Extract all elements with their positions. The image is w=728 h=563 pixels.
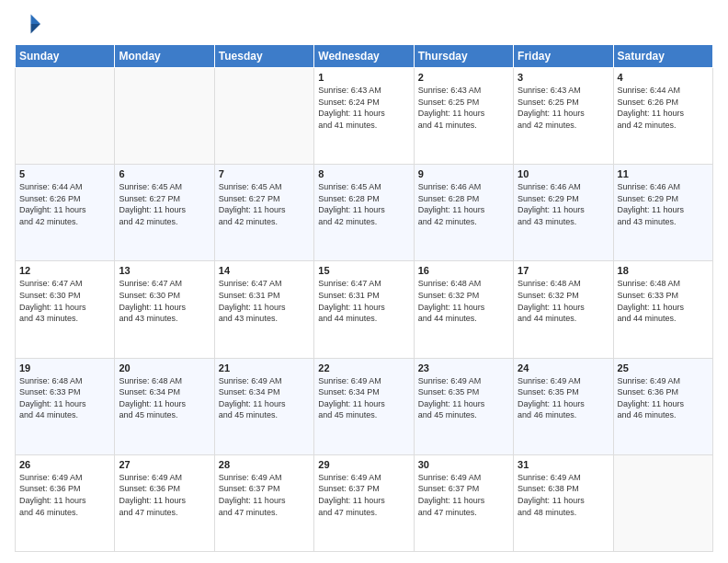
day-info: Sunrise: 6:49 AM Sunset: 6:36 PM Dayligh… bbox=[618, 375, 709, 421]
day-number: 17 bbox=[518, 265, 609, 276]
day-number: 6 bbox=[119, 168, 210, 179]
day-cell: 2Sunrise: 6:43 AM Sunset: 6:25 PM Daylig… bbox=[414, 68, 513, 165]
day-info: Sunrise: 6:49 AM Sunset: 6:38 PM Dayligh… bbox=[518, 472, 609, 518]
day-info: Sunrise: 6:49 AM Sunset: 6:34 PM Dayligh… bbox=[318, 375, 409, 421]
day-number: 30 bbox=[418, 459, 509, 470]
day-number: 29 bbox=[318, 459, 409, 470]
day-info: Sunrise: 6:44 AM Sunset: 6:26 PM Dayligh… bbox=[19, 181, 110, 227]
day-info: Sunrise: 6:43 AM Sunset: 6:24 PM Dayligh… bbox=[318, 85, 409, 131]
day-info: Sunrise: 6:49 AM Sunset: 6:34 PM Dayligh… bbox=[219, 375, 310, 421]
day-info: Sunrise: 6:49 AM Sunset: 6:37 PM Dayligh… bbox=[219, 472, 310, 518]
weekday-header-wednesday: Wednesday bbox=[314, 45, 414, 68]
day-number: 15 bbox=[318, 265, 409, 276]
day-info: Sunrise: 6:43 AM Sunset: 6:25 PM Dayligh… bbox=[418, 85, 509, 131]
day-cell: 5Sunrise: 6:44 AM Sunset: 6:26 PM Daylig… bbox=[16, 165, 115, 261]
week-row-3: 19Sunrise: 6:48 AM Sunset: 6:33 PM Dayli… bbox=[16, 358, 713, 454]
day-info: Sunrise: 6:46 AM Sunset: 6:28 PM Dayligh… bbox=[418, 181, 509, 227]
day-cell bbox=[16, 68, 115, 165]
day-number: 5 bbox=[19, 168, 110, 179]
day-cell: 14Sunrise: 6:47 AM Sunset: 6:31 PM Dayli… bbox=[214, 261, 313, 358]
day-info: Sunrise: 6:45 AM Sunset: 6:27 PM Dayligh… bbox=[219, 181, 310, 227]
day-cell: 4Sunrise: 6:44 AM Sunset: 6:26 PM Daylig… bbox=[613, 68, 712, 165]
day-info: Sunrise: 6:46 AM Sunset: 6:29 PM Dayligh… bbox=[518, 181, 609, 227]
day-cell: 15Sunrise: 6:47 AM Sunset: 6:31 PM Dayli… bbox=[314, 261, 414, 358]
day-cell: 1Sunrise: 6:43 AM Sunset: 6:24 PM Daylig… bbox=[314, 68, 414, 165]
logo-icon bbox=[15, 11, 40, 37]
weekday-header-friday: Friday bbox=[514, 45, 613, 68]
day-number: 2 bbox=[418, 72, 509, 83]
day-info: Sunrise: 6:48 AM Sunset: 6:33 PM Dayligh… bbox=[618, 278, 709, 324]
day-cell: 27Sunrise: 6:49 AM Sunset: 6:36 PM Dayli… bbox=[115, 454, 214, 551]
day-number: 10 bbox=[518, 168, 609, 179]
calendar-table: SundayMondayTuesdayWednesdayThursdayFrid… bbox=[15, 44, 713, 552]
day-cell bbox=[613, 454, 712, 551]
day-number: 31 bbox=[518, 459, 609, 470]
day-info: Sunrise: 6:47 AM Sunset: 6:31 PM Dayligh… bbox=[318, 278, 409, 324]
day-number: 18 bbox=[618, 265, 709, 276]
week-row-0: 1Sunrise: 6:43 AM Sunset: 6:24 PM Daylig… bbox=[16, 68, 713, 165]
day-number: 13 bbox=[119, 265, 210, 276]
page: SundayMondayTuesdayWednesdayThursdayFrid… bbox=[0, 0, 728, 563]
svg-marker-0 bbox=[31, 15, 41, 25]
week-row-2: 12Sunrise: 6:47 AM Sunset: 6:30 PM Dayli… bbox=[16, 261, 713, 358]
day-cell: 3Sunrise: 6:43 AM Sunset: 6:25 PM Daylig… bbox=[514, 68, 613, 165]
day-cell bbox=[214, 68, 313, 165]
day-number: 1 bbox=[318, 72, 409, 83]
week-row-1: 5Sunrise: 6:44 AM Sunset: 6:26 PM Daylig… bbox=[16, 165, 713, 261]
day-cell: 16Sunrise: 6:48 AM Sunset: 6:32 PM Dayli… bbox=[414, 261, 513, 358]
day-info: Sunrise: 6:49 AM Sunset: 6:36 PM Dayligh… bbox=[19, 472, 110, 518]
day-number: 14 bbox=[219, 265, 310, 276]
day-cell: 28Sunrise: 6:49 AM Sunset: 6:37 PM Dayli… bbox=[214, 454, 313, 551]
day-number: 28 bbox=[219, 459, 310, 470]
day-number: 19 bbox=[19, 362, 110, 373]
day-cell: 25Sunrise: 6:49 AM Sunset: 6:36 PM Dayli… bbox=[613, 358, 712, 454]
day-number: 12 bbox=[19, 265, 110, 276]
day-cell: 31Sunrise: 6:49 AM Sunset: 6:38 PM Dayli… bbox=[514, 454, 613, 551]
day-number: 7 bbox=[219, 168, 310, 179]
day-number: 4 bbox=[618, 72, 709, 83]
day-cell: 20Sunrise: 6:48 AM Sunset: 6:34 PM Dayli… bbox=[115, 358, 214, 454]
day-number: 16 bbox=[418, 265, 509, 276]
header bbox=[15, 11, 713, 37]
day-number: 25 bbox=[618, 362, 709, 373]
day-cell: 9Sunrise: 6:46 AM Sunset: 6:28 PM Daylig… bbox=[414, 165, 513, 261]
day-cell: 17Sunrise: 6:48 AM Sunset: 6:32 PM Dayli… bbox=[514, 261, 613, 358]
day-info: Sunrise: 6:49 AM Sunset: 6:36 PM Dayligh… bbox=[119, 472, 210, 518]
day-cell: 6Sunrise: 6:45 AM Sunset: 6:27 PM Daylig… bbox=[115, 165, 214, 261]
weekday-header-thursday: Thursday bbox=[414, 45, 513, 68]
day-number: 21 bbox=[219, 362, 310, 373]
day-info: Sunrise: 6:49 AM Sunset: 6:35 PM Dayligh… bbox=[518, 375, 609, 421]
day-info: Sunrise: 6:43 AM Sunset: 6:25 PM Dayligh… bbox=[518, 85, 609, 131]
day-number: 26 bbox=[19, 459, 110, 470]
day-cell: 24Sunrise: 6:49 AM Sunset: 6:35 PM Dayli… bbox=[514, 358, 613, 454]
day-number: 22 bbox=[318, 362, 409, 373]
day-number: 9 bbox=[418, 168, 509, 179]
day-cell: 22Sunrise: 6:49 AM Sunset: 6:34 PM Dayli… bbox=[314, 358, 414, 454]
weekday-header-monday: Monday bbox=[115, 45, 214, 68]
day-info: Sunrise: 6:44 AM Sunset: 6:26 PM Dayligh… bbox=[618, 85, 709, 131]
day-number: 20 bbox=[119, 362, 210, 373]
day-cell: 18Sunrise: 6:48 AM Sunset: 6:33 PM Dayli… bbox=[613, 261, 712, 358]
day-cell: 30Sunrise: 6:49 AM Sunset: 6:37 PM Dayli… bbox=[414, 454, 513, 551]
day-cell: 13Sunrise: 6:47 AM Sunset: 6:30 PM Dayli… bbox=[115, 261, 214, 358]
day-cell: 7Sunrise: 6:45 AM Sunset: 6:27 PM Daylig… bbox=[214, 165, 313, 261]
weekday-header-row: SundayMondayTuesdayWednesdayThursdayFrid… bbox=[16, 45, 713, 68]
day-number: 27 bbox=[119, 459, 210, 470]
day-cell: 10Sunrise: 6:46 AM Sunset: 6:29 PM Dayli… bbox=[514, 165, 613, 261]
weekday-header-saturday: Saturday bbox=[613, 45, 712, 68]
day-cell: 21Sunrise: 6:49 AM Sunset: 6:34 PM Dayli… bbox=[214, 358, 313, 454]
day-info: Sunrise: 6:49 AM Sunset: 6:37 PM Dayligh… bbox=[318, 472, 409, 518]
day-cell: 29Sunrise: 6:49 AM Sunset: 6:37 PM Dayli… bbox=[314, 454, 414, 551]
day-number: 23 bbox=[418, 362, 509, 373]
day-info: Sunrise: 6:45 AM Sunset: 6:28 PM Dayligh… bbox=[318, 181, 409, 227]
svg-marker-1 bbox=[31, 24, 41, 34]
day-info: Sunrise: 6:47 AM Sunset: 6:30 PM Dayligh… bbox=[19, 278, 110, 324]
weekday-header-tuesday: Tuesday bbox=[214, 45, 313, 68]
day-cell bbox=[115, 68, 214, 165]
day-info: Sunrise: 6:48 AM Sunset: 6:34 PM Dayligh… bbox=[119, 375, 210, 421]
day-info: Sunrise: 6:46 AM Sunset: 6:29 PM Dayligh… bbox=[618, 181, 709, 227]
day-info: Sunrise: 6:45 AM Sunset: 6:27 PM Dayligh… bbox=[119, 181, 210, 227]
day-cell: 8Sunrise: 6:45 AM Sunset: 6:28 PM Daylig… bbox=[314, 165, 414, 261]
day-info: Sunrise: 6:49 AM Sunset: 6:37 PM Dayligh… bbox=[418, 472, 509, 518]
day-info: Sunrise: 6:48 AM Sunset: 6:32 PM Dayligh… bbox=[518, 278, 609, 324]
